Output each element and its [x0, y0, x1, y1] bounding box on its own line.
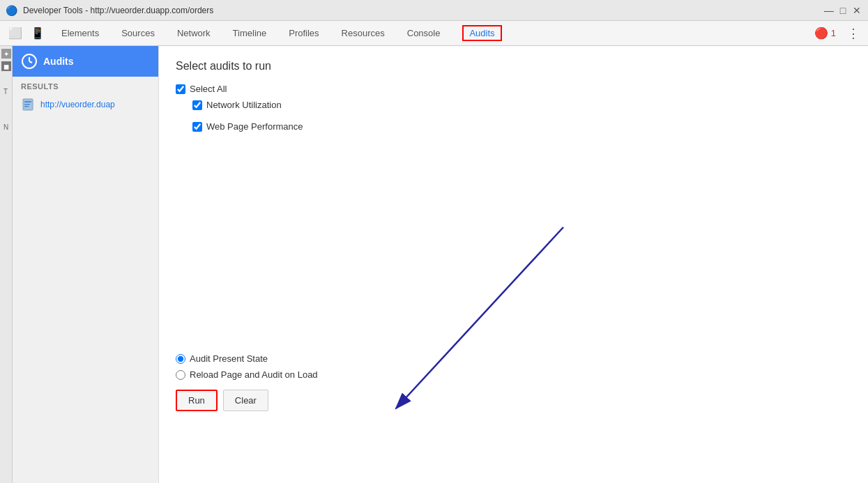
menu-item-sources[interactable]: Sources [110, 21, 166, 45]
error-indicator: 🔴 1 [809, 21, 842, 45]
select-all-text: Select All [190, 84, 227, 94]
annotation-arrow [284, 206, 584, 450]
network-utilization-group: Network Utilization [192, 100, 851, 110]
reload-page-label[interactable]: Reload Page and Audit on Load [176, 369, 851, 380]
result-url: http://vueorder.duap [40, 100, 115, 109]
web-page-performance-label[interactable]: Web Page Performance [192, 121, 851, 132]
audits-label: Audits [462, 25, 501, 41]
sidebar: Audits RESULTS http://vueorder.duap [13, 46, 159, 483]
menu-item-network[interactable]: Network [166, 21, 222, 45]
web-page-performance-group: Web Page Performance [192, 121, 851, 132]
network-utilization-checkbox[interactable] [192, 100, 202, 110]
sidebar-title: Audits [43, 56, 74, 67]
more-menu-button[interactable]: ⋮ [842, 21, 865, 45]
reload-page-radio[interactable] [176, 370, 185, 380]
content-heading: Select audits to run [176, 60, 851, 72]
main-layout: ✦ ◼ T N Audits RESULTS http: [0, 46, 868, 483]
web-page-performance-text: Web Page Performance [206, 121, 303, 132]
sidebar-result-item[interactable]: http://vueorder.duap [13, 93, 158, 116]
menu-bar: ⬜ 📱 Elements Sources Network Timeline Pr… [0, 21, 868, 46]
menu-item-console[interactable]: Console [396, 21, 452, 45]
left-edge-icon-1: ✦ [1, 49, 11, 59]
mobile-icon[interactable]: 📱 [28, 24, 47, 43]
dock-bottom-icon[interactable]: ⬜ [6, 24, 25, 43]
audit-present-state-radio[interactable] [176, 354, 185, 364]
menu-item-resources[interactable]: Resources [330, 21, 396, 45]
page-icon [21, 98, 35, 112]
network-utilization-label[interactable]: Network Utilization [192, 100, 851, 110]
content-area: Select audits to run Select All Network … [159, 46, 868, 483]
select-all-label[interactable]: Select All [176, 84, 851, 94]
action-buttons: Run Clear [176, 390, 851, 411]
chrome-favicon: 🔵 [6, 5, 17, 16]
audit-present-state-text: Audit Present State [190, 353, 268, 364]
left-edge-icon-2: ◼ [1, 61, 11, 71]
left-edge-panel: ✦ ◼ T N [0, 46, 13, 483]
window-title: Developer Tools - http://vueorder.duapp.… [23, 6, 213, 15]
window-controls: — □ ✕ [823, 5, 862, 16]
radio-group: Audit Present State Reload Page and Audi… [176, 353, 851, 380]
title-bar: 🔵 Developer Tools - http://vueorder.duap… [0, 0, 868, 21]
error-count: 1 [831, 28, 836, 38]
select-all-group: Select All [176, 84, 851, 94]
svg-rect-4 [24, 101, 31, 102]
web-page-performance-checkbox[interactable] [192, 122, 202, 132]
svg-line-8 [396, 227, 563, 408]
svg-rect-5 [24, 104, 30, 105]
close-button[interactable]: ✕ [851, 5, 862, 16]
svg-line-2 [29, 61, 32, 63]
select-all-checkbox[interactable] [176, 84, 185, 94]
menu-item-audits[interactable]: Audits [451, 21, 512, 45]
clock-icon [21, 53, 38, 70]
run-button[interactable]: Run [176, 390, 218, 411]
results-label: RESULTS [13, 77, 158, 93]
maximize-button[interactable]: □ [837, 5, 848, 16]
sidebar-header: Audits [13, 46, 158, 77]
left-edge-markers: T N [3, 88, 8, 131]
menu-item-profiles[interactable]: Profiles [277, 21, 330, 45]
reload-page-text: Reload Page and Audit on Load [190, 369, 318, 380]
menu-item-elements[interactable]: Elements [50, 21, 110, 45]
menu-item-timeline[interactable]: Timeline [222, 21, 278, 45]
error-icon: 🔴 [814, 26, 828, 40]
network-utilization-text: Network Utilization [206, 100, 282, 110]
svg-rect-6 [24, 106, 29, 107]
audit-present-state-label[interactable]: Audit Present State [176, 353, 851, 364]
minimize-button[interactable]: — [823, 5, 835, 16]
audit-checkboxes: Network Utilization Web Page Performance [192, 100, 851, 137]
clear-button[interactable]: Clear [223, 390, 268, 411]
